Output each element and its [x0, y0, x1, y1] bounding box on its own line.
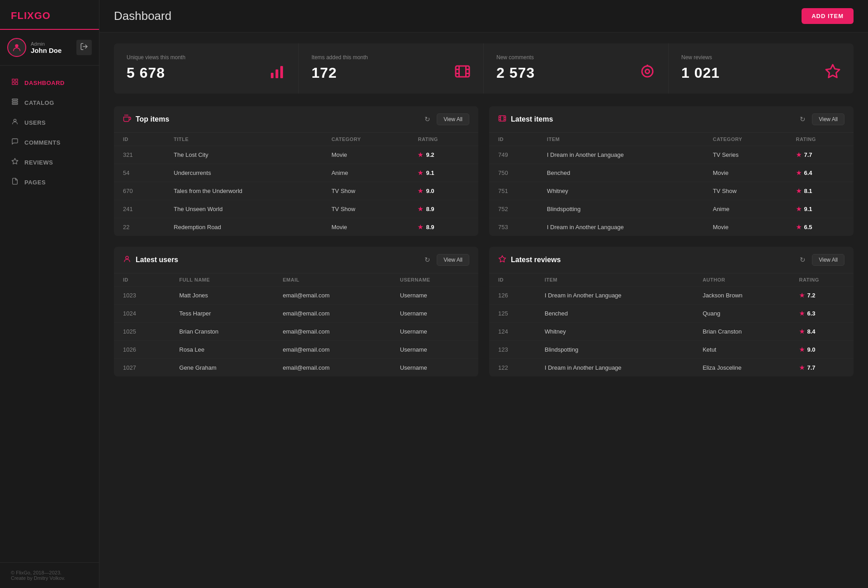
cell-item: Benched: [536, 305, 693, 323]
cell-email: email@email.com: [274, 323, 391, 341]
col-id: ID: [489, 273, 536, 287]
top-items-refresh-button[interactable]: ↻: [423, 113, 432, 125]
user-role: Admin: [31, 41, 72, 47]
sidebar-item-catalog[interactable]: CATALOG: [0, 93, 99, 113]
cell-rating: ★9.1: [787, 200, 854, 218]
col-rating: RATING: [790, 273, 854, 287]
cell-rating: ★9.0: [790, 341, 854, 359]
latest-users-refresh-button[interactable]: ↻: [423, 254, 432, 266]
footer-line1: © FlixGo, 2018—2023.: [11, 570, 88, 575]
stat-new-comments: New comments 2 573: [484, 43, 669, 94]
col-email: EMAIL: [274, 273, 391, 287]
add-item-button[interactable]: ADD ITEM: [802, 8, 854, 24]
star-icon: ★: [796, 169, 802, 176]
topbar: Dashboard ADD ITEM: [99, 0, 868, 33]
top-items-header: Top items ↻ View All: [114, 106, 478, 132]
col-fullname: FULL NAME: [170, 273, 274, 287]
svg-marker-10: [12, 158, 18, 164]
latest-items-header-row: ID ITEM CATEGORY RATING: [489, 133, 854, 146]
latest-users-card: Latest users ↻ View All ID FULL NAME EMA…: [114, 247, 478, 376]
latest-users-header-right: ↻ View All: [423, 254, 469, 266]
latest-reviews-refresh-button[interactable]: ↻: [798, 254, 807, 266]
logo-text: FLIXGO: [11, 10, 88, 22]
cell-category: Movie: [322, 218, 409, 236]
cell-category: Movie: [704, 164, 787, 182]
cell-username: Username: [391, 287, 478, 305]
col-author: AUTHOR: [693, 273, 790, 287]
sidebar-item-users[interactable]: USERS: [0, 113, 99, 132]
star-icon: ★: [799, 364, 805, 371]
star-icon: ★: [799, 310, 805, 317]
cell-author: Eliza Josceline: [693, 359, 790, 377]
top-items-view-all-button[interactable]: View All: [437, 113, 469, 125]
latest-items-title: Latest items: [511, 115, 553, 123]
latest-reviews-title: Latest reviews: [511, 256, 561, 264]
stat-unique-views: Unique views this month 5 678: [114, 43, 299, 94]
cell-item: Blindspotting: [536, 341, 693, 359]
sidebar-item-reviews[interactable]: REVIEWS: [0, 152, 99, 172]
table-row: 749 I Dream in Another Language TV Serie…: [489, 146, 854, 164]
svg-rect-5: [15, 82, 18, 85]
sidebar-footer: © FlixGo, 2018—2023. Create by Dmitry Vo…: [0, 562, 99, 588]
tables-row-1: Top items ↻ View All ID TITLE CATEGORY R…: [114, 106, 854, 236]
latest-users-table: ID FULL NAME EMAIL USERNAME 1023 Matt Jo…: [114, 273, 478, 376]
cell-id: 241: [114, 200, 165, 218]
user-profile: Admin John Doe: [0, 30, 99, 66]
sidebar-item-comments[interactable]: COMMENTS: [0, 132, 99, 152]
reviews-icon: [11, 158, 19, 167]
top-items-header-left: Top items: [123, 114, 169, 125]
logo-go: GO: [34, 10, 51, 21]
star-icon: ★: [799, 328, 805, 335]
sidebar-item-dashboard[interactable]: DASHBOARD: [0, 73, 99, 93]
latest-reviews-header-row: ID ITEM AUTHOR RATING: [489, 273, 854, 287]
col-id: ID: [114, 273, 170, 287]
col-item: ITEM: [538, 133, 704, 146]
table-row: 126 I Dream in Another Language Jackson …: [489, 287, 854, 305]
cell-name: Rosa Lee: [170, 341, 274, 359]
pages-icon: [11, 178, 19, 187]
sidebar-item-pages[interactable]: PAGES: [0, 172, 99, 192]
stat-items-added: Items added this month 172: [299, 43, 484, 94]
cell-rating: ★9.1: [409, 164, 478, 182]
latest-items-refresh-button[interactable]: ↻: [798, 113, 807, 125]
sidebar: FLIXGO Admin John Doe DASHBOARD CATALOG: [0, 0, 99, 588]
cell-item: I Dream in Another Language: [538, 218, 704, 236]
top-items-header-right: ↻ View All: [423, 113, 469, 125]
cell-item: Whitney: [536, 323, 693, 341]
cell-email: email@email.com: [274, 287, 391, 305]
col-title: TITLE: [165, 133, 322, 146]
cell-title: The Unseen World: [165, 200, 322, 218]
table-row: 122 I Dream in Another Language Eliza Jo…: [489, 359, 854, 377]
cell-id: 1024: [114, 305, 170, 323]
cell-rating: ★7.7: [787, 146, 854, 164]
latest-reviews-header: Latest reviews ↻ View All: [489, 247, 854, 273]
cell-rating: ★9.0: [409, 182, 478, 200]
cell-category: TV Show: [322, 182, 409, 200]
cell-category: TV Show: [322, 200, 409, 218]
cell-email: email@email.com: [274, 359, 391, 377]
latest-users-header-row: ID FULL NAME EMAIL USERNAME: [114, 273, 478, 287]
latest-items-view-all-button[interactable]: View All: [812, 113, 844, 125]
latest-users-view-all-button[interactable]: View All: [437, 254, 469, 266]
film-icon: [454, 63, 471, 83]
avatar: [7, 38, 26, 57]
comments-stat-icon: [639, 63, 656, 83]
cell-id: 749: [489, 146, 538, 164]
cell-item: Whitney: [538, 182, 704, 200]
latest-reviews-view-all-button[interactable]: View All: [812, 254, 844, 266]
cell-rating: ★7.7: [790, 359, 854, 377]
cell-rating: ★8.4: [790, 323, 854, 341]
svg-rect-14: [456, 66, 469, 77]
svg-rect-3: [15, 79, 18, 81]
svg-rect-2: [12, 79, 14, 81]
latest-items-card: Latest items ↻ View All ID ITEM CATEGORY…: [489, 106, 854, 236]
svg-rect-12: [276, 70, 278, 79]
star-icon: ★: [418, 206, 423, 212]
logout-button[interactable]: [76, 40, 92, 55]
cell-id: 751: [489, 182, 538, 200]
star-icon: ★: [418, 151, 423, 158]
logo-flix: FLIX: [11, 10, 34, 21]
table-row: 241 The Unseen World TV Show ★8.9: [114, 200, 478, 218]
cell-id: 126: [489, 287, 536, 305]
cell-rating: ★8.9: [409, 200, 478, 218]
